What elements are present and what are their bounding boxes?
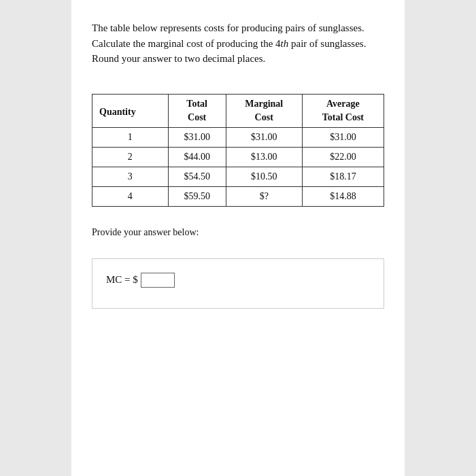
table-row: 4$59.50$?$14.88	[92, 186, 384, 206]
total-cost-cell: $54.50	[168, 167, 226, 186]
quantity-header: Quantity	[92, 94, 169, 127]
qty-cell: 3	[92, 167, 169, 186]
mc-answer-input[interactable]	[141, 273, 175, 288]
total-cost-header-top: Total	[168, 94, 226, 111]
qty-cell: 2	[92, 147, 169, 167]
marginal-cost-cell: $13.00	[226, 147, 302, 167]
avg-total-cost-cell: $18.17	[302, 167, 384, 186]
table-header-row-top: Quantity Total Marginal Average	[92, 94, 384, 111]
page-container: The table below represents costs for pro…	[71, 0, 405, 476]
answer-section: MC = $	[92, 258, 384, 309]
avg-total-cost-cell: $22.00	[302, 147, 384, 167]
provide-answer-text: Provide your answer below:	[92, 227, 384, 238]
qty-cell: 4	[92, 186, 169, 206]
marginal-cost-cell: $10.50	[226, 167, 302, 186]
table-row: 1$31.00$31.00$31.00	[92, 127, 384, 147]
marginal-cost-cell: $31.00	[226, 127, 302, 147]
marginal-cost-header-top: Marginal	[226, 94, 302, 111]
total-cost-cell: $31.00	[168, 127, 226, 147]
table-row: 2$44.00$13.00$22.00	[92, 147, 384, 167]
qty-cell: 1	[92, 127, 169, 147]
total-cost-header-bottom: Cost	[168, 111, 226, 128]
marginal-cost-header-bottom: Cost	[226, 111, 302, 128]
cost-table: Quantity Total Marginal Average Cost Cos…	[92, 94, 384, 207]
total-cost-cell: $59.50	[168, 186, 226, 206]
mc-label-container: MC = $	[106, 273, 370, 288]
table-row: 3$54.50$10.50$18.17	[92, 167, 384, 186]
mc-equation-label: MC = $	[106, 274, 138, 286]
avg-total-cost-header-bottom: Total Cost	[302, 111, 384, 128]
description-text: The table below represents costs for pro…	[92, 20, 384, 67]
avg-total-cost-cell: $31.00	[302, 127, 384, 147]
marginal-cost-cell: $?	[226, 186, 302, 206]
total-cost-cell: $44.00	[168, 147, 226, 167]
avg-total-cost-cell: $14.88	[302, 186, 384, 206]
avg-total-cost-header-top: Average	[302, 94, 384, 111]
